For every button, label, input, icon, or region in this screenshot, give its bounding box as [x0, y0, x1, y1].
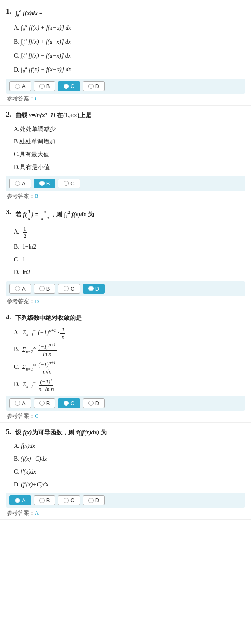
q5-btn-b[interactable]: B [34, 495, 56, 505]
q4-btn-b[interactable]: B [34, 398, 56, 408]
q5-radio-b [39, 498, 45, 503]
question-4-title: 4. 下列级数中绝对收敛的是 [6, 313, 245, 323]
q3-ref-answer: 参考答案：D [6, 298, 245, 305]
q2-number: 2. [6, 111, 14, 118]
q2-answer-bar: A B C [6, 176, 245, 191]
q4-options: A. Σn=1∞ (−1)n+1 · 1n B. Σn=2∞ (−1)n+1ln… [14, 326, 245, 392]
q1-btn-c[interactable]: C [58, 81, 80, 91]
q1-options: A. ∫0a [f(x) + f(x−a)] dx B. ∫0a [f(x) +… [14, 22, 245, 75]
q1-btn-a[interactable]: A [9, 81, 31, 91]
q1-ref-answer: 参考答案：C [6, 95, 245, 103]
q1-number: 1. [6, 8, 14, 15]
q4-answer-bar: A B C D [6, 396, 245, 411]
q4-option-a: A. Σn=1∞ (−1)n+1 · 1n [14, 326, 245, 340]
q3-number: 3. [6, 208, 14, 216]
q1-option-c: C. ∫0a [f(x) − f(a−x)] dx [14, 50, 245, 61]
q5-btn-a[interactable]: A [9, 495, 31, 505]
q5-answer-bar: A B C D [6, 493, 245, 508]
q5-body: A. f(x)dx B. (f(x)+C)dx C. f′(x)dx D. (f… [6, 441, 245, 517]
q3-radio-a [15, 286, 20, 291]
q5-option-c: C. f′(x)dx [14, 467, 245, 477]
q5-text: 设 f(x)为可导函数，则 d(∫f(x)dx) 为 [15, 428, 107, 437]
q2-radio-b [39, 181, 45, 186]
q1-body: A. ∫0a [f(x) + f(x−a)] dx B. ∫0a [f(x) +… [6, 22, 245, 103]
q2-radio-a [15, 181, 20, 186]
q3-options: A. 12 B. 1−ln2 C. 1 D. ln2 [14, 225, 245, 278]
q2-option-d: D.具有最小值 [14, 162, 245, 173]
q4-option-d: D. Σn=2∞ (−1)nn−ln n [14, 377, 245, 392]
q1-option-d: D. ∫0a [f(x) − f(x−a)] dx [14, 64, 245, 75]
question-5: 5. 设 f(x)为可导函数，则 d(∫f(x)dx) 为 A. f(x)dx … [0, 425, 251, 520]
question-1: 1. ∫0a f(x)dx = A. ∫0a [f(x) + f(x−a)] d… [0, 4, 251, 106]
q4-radio-a [15, 401, 20, 406]
q4-radio-b [39, 401, 45, 406]
q2-text: 曲线 y=ln(x²−1) 在(1,+∞)上是 [15, 111, 91, 120]
q3-radio-b [39, 286, 45, 291]
q3-option-a: A. 12 [14, 225, 245, 239]
q5-radio-d [88, 498, 94, 503]
q4-number: 4. [6, 313, 14, 321]
q2-btn-a[interactable]: A [9, 179, 31, 188]
q1-btn-d[interactable]: D [83, 81, 105, 91]
q5-option-a: A. f(x)dx [14, 441, 245, 451]
q1-text: ∫0a f(x)dx = [15, 8, 43, 18]
q1-btn-b[interactable]: B [34, 81, 56, 91]
question-3: 3. 若 f(1x) = xx+1，则 ∫12 f(x)dx 为 A. 12 B… [0, 205, 251, 308]
q3-answer-bar: A B C D [6, 281, 245, 296]
q3-text: 若 f(1x) = xx+1，则 ∫12 f(x)dx 为 [15, 208, 94, 222]
q3-radio-d [88, 286, 94, 291]
q5-option-d: D. (f′(x)+C)dx [14, 480, 245, 490]
q3-option-b: B. 1−ln2 [14, 242, 245, 252]
q3-btn-d[interactable]: D [83, 284, 105, 294]
question-5-title: 5. 设 f(x)为可导函数，则 d(∫f(x)dx) 为 [6, 428, 245, 437]
q2-btn-b[interactable]: B [34, 179, 56, 188]
q2-ref-answer: 参考答案：B [6, 192, 245, 200]
q3-btn-b[interactable]: B [34, 284, 56, 294]
q2-body: A.处处单调减少 B.处处单调增加 C.具有最大值 D.具有最小值 A B C … [6, 124, 245, 200]
q1-answer-bar: A B C D [6, 79, 245, 94]
q3-radio-c [64, 286, 69, 291]
q1-radio-a [15, 84, 20, 89]
q4-btn-d[interactable]: D [83, 398, 105, 408]
q3-body: A. 12 B. 1−ln2 C. 1 D. ln2 A B C D [6, 225, 245, 305]
question-2-title: 2. 曲线 y=ln(x²−1) 在(1,+∞)上是 [6, 111, 245, 120]
q3-option-d: D. ln2 [14, 267, 245, 278]
q4-option-c: C. Σn=1∞ (−1)n+1n√n [14, 360, 245, 375]
q4-btn-c[interactable]: C [58, 398, 80, 408]
q2-btn-c[interactable]: C [58, 179, 80, 188]
q1-radio-d [88, 84, 94, 89]
q2-option-a: A.处处单调减少 [14, 124, 245, 134]
q5-ref-answer: 参考答案：A [6, 509, 245, 517]
q4-ref-answer: 参考答案：C [6, 412, 245, 420]
question-3-title: 3. 若 f(1x) = xx+1，则 ∫12 f(x)dx 为 [6, 208, 245, 222]
q2-option-b: B.处处单调增加 [14, 137, 245, 147]
q4-radio-d [88, 401, 94, 406]
q1-option-a: A. ∫0a [f(x) + f(x−a)] dx [14, 22, 245, 33]
q1-option-b: B. ∫0a [f(x) + f(a−x)] dx [14, 36, 245, 47]
q4-body: A. Σn=1∞ (−1)n+1 · 1n B. Σn=2∞ (−1)n+1ln… [6, 326, 245, 420]
q2-radio-c [64, 181, 69, 186]
q1-radio-c [64, 84, 69, 89]
q2-options: A.处处单调减少 B.处处单调增加 C.具有最大值 D.具有最小值 [14, 124, 245, 173]
q2-option-c: C.具有最大值 [14, 149, 245, 160]
q5-options: A. f(x)dx B. (f(x)+C)dx C. f′(x)dx D. (f… [14, 441, 245, 489]
question-2: 2. 曲线 y=ln(x²−1) 在(1,+∞)上是 A.处处单调减少 B.处处… [0, 107, 251, 203]
q1-radio-b [39, 84, 45, 89]
question-1-title: 1. ∫0a f(x)dx = [6, 8, 245, 18]
q3-btn-c[interactable]: C [58, 284, 80, 294]
q5-btn-d[interactable]: D [83, 495, 105, 505]
q3-option-c: C. 1 [14, 255, 245, 265]
q5-number: 5. [6, 428, 14, 436]
q5-btn-c[interactable]: C [58, 495, 80, 505]
q5-option-b: B. (f(x)+C)dx [14, 454, 245, 464]
q4-btn-a[interactable]: A [9, 398, 31, 408]
q4-text: 下列级数中绝对收敛的是 [15, 313, 82, 323]
q5-radio-a [15, 498, 20, 503]
question-4: 4. 下列级数中绝对收敛的是 A. Σn=1∞ (−1)n+1 · 1n B. … [0, 310, 251, 423]
q4-option-b: B. Σn=2∞ (−1)n+1ln n [14, 343, 245, 358]
q4-radio-c [64, 401, 69, 406]
q5-radio-c [64, 498, 69, 503]
q3-btn-a[interactable]: A [9, 284, 31, 294]
